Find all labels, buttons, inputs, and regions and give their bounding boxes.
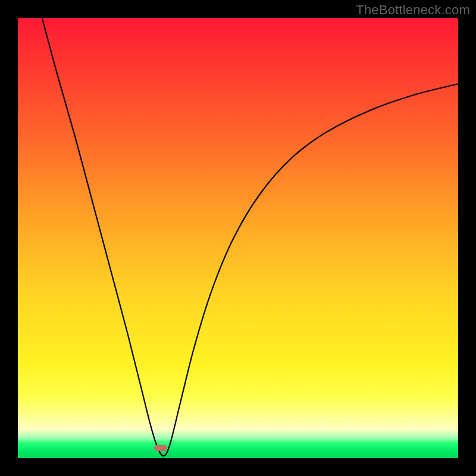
plot-area [18, 18, 458, 458]
trough-marker [154, 445, 167, 451]
curve-path [42, 18, 458, 456]
chart-frame: TheBottleneck.com [0, 0, 476, 476]
bottleneck-curve [18, 18, 458, 458]
watermark-text: TheBottleneck.com [356, 2, 470, 18]
